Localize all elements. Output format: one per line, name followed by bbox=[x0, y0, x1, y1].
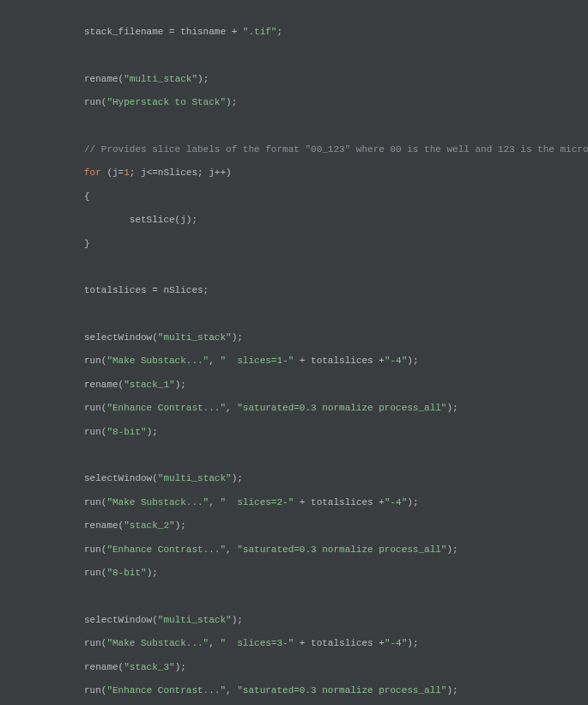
code-token-default: , bbox=[209, 497, 220, 507]
code-token-string: "-4" bbox=[385, 638, 407, 648]
code-token-default: run( bbox=[84, 97, 106, 107]
code-token-default: ); bbox=[147, 427, 158, 437]
code-token-string: "Enhance Contrast..." bbox=[106, 685, 226, 696]
code-token-default: { bbox=[84, 191, 90, 202]
code-line: stack_filename = thisname + ".tif"; bbox=[84, 26, 588, 39]
code-token-default: , bbox=[226, 685, 237, 696]
code-token-string: "Enhance Contrast..." bbox=[106, 403, 226, 413]
code-token-default: , bbox=[209, 638, 220, 648]
code-token-string: "Make Substack..." bbox=[106, 497, 209, 507]
code-token-default: + totalslices + bbox=[294, 356, 385, 366]
code-token-default: , bbox=[226, 544, 237, 555]
code-token-string: "multi_stack" bbox=[158, 473, 232, 483]
code-token-default: , bbox=[209, 356, 220, 366]
code-token-default: ; j<=nSlices; j++) bbox=[130, 167, 232, 178]
code-line: { bbox=[84, 191, 588, 204]
code-line: run("Enhance Contrast...", "saturated=0.… bbox=[84, 684, 588, 697]
code-line: run("8-bit"); bbox=[84, 567, 588, 580]
code-token-default: ); bbox=[232, 473, 243, 483]
code-token-default: run( bbox=[84, 638, 106, 648]
code-token-default: ); bbox=[175, 520, 186, 531]
code-token-default: stack_filename = thisname + bbox=[84, 27, 243, 37]
code-token-default: } bbox=[84, 239, 90, 249]
code-line bbox=[84, 120, 588, 133]
code-token-default: selectWindow( bbox=[84, 473, 158, 483]
code-token-default: rename( bbox=[84, 380, 124, 390]
code-token-default: + totalslices + bbox=[294, 638, 385, 648]
code-line: rename("stack_1"); bbox=[84, 379, 588, 392]
code-block: stack_filename = thisname + ".tif"; rena… bbox=[84, 26, 588, 705]
code-token-comment: // Provides slice labels of the format "… bbox=[84, 144, 588, 155]
code-token-string: "-4" bbox=[385, 497, 407, 507]
code-line: setSlice(j); bbox=[84, 214, 588, 227]
code-token-string: "saturated=0.3 normalize process_all" bbox=[237, 403, 446, 413]
code-token-string: "Make Substack..." bbox=[106, 356, 209, 366]
code-line bbox=[84, 49, 588, 62]
code-token-default: setSlice(j); bbox=[130, 215, 197, 225]
code-line: run("Make Substack...", " slices=3-" + t… bbox=[84, 637, 588, 650]
code-line: rename("stack_2"); bbox=[84, 520, 588, 532]
code-token-default: ); bbox=[197, 74, 209, 84]
code-token-default: (j= bbox=[101, 167, 124, 178]
code-line: run("Make Substack...", " slices=1-" + t… bbox=[84, 355, 588, 368]
code-line bbox=[84, 449, 588, 462]
code-line: selectWindow("multi_stack"); bbox=[84, 331, 588, 344]
code-token-default: run( bbox=[84, 356, 106, 366]
code-token-default: ); bbox=[175, 662, 186, 672]
code-token-string: " slices=2-" bbox=[220, 497, 294, 507]
code-token-default: ; bbox=[276, 27, 282, 37]
code-line: selectWindow("multi_stack"); bbox=[84, 472, 588, 485]
code-line: run("Hyperstack to Stack"); bbox=[84, 96, 588, 109]
code-token-default: , bbox=[226, 403, 237, 413]
code-token-default: run( bbox=[84, 497, 106, 507]
code-token-default: ); bbox=[232, 615, 243, 625]
code-token-string: " slices=3-" bbox=[220, 638, 294, 648]
code-token-string: "8-bit" bbox=[106, 427, 146, 437]
code-token-string: "stack_2" bbox=[124, 520, 174, 531]
code-line: run("Make Substack...", " slices=2-" + t… bbox=[84, 496, 588, 509]
code-line: rename("multi_stack"); bbox=[84, 73, 588, 86]
code-token-default: ); bbox=[407, 638, 418, 648]
code-token-string: ".tif" bbox=[243, 27, 277, 37]
code-line: // Provides slice labels of the format "… bbox=[84, 143, 588, 156]
code-token-default: run( bbox=[84, 685, 106, 696]
code-token-default: ); bbox=[407, 497, 418, 507]
code-token-default: run( bbox=[84, 403, 106, 413]
code-token-string: "multi_stack" bbox=[158, 615, 232, 625]
code-token-string: "saturated=0.3 normalize process_all" bbox=[237, 685, 446, 696]
code-line: run("8-bit"); bbox=[84, 426, 588, 439]
code-token-default: selectWindow( bbox=[84, 615, 158, 625]
code-token-default: rename( bbox=[84, 662, 124, 672]
code-line: selectWindow("multi_stack"); bbox=[84, 614, 588, 627]
code-token-default: ); bbox=[175, 380, 186, 390]
code-token-string: "stack_3" bbox=[124, 662, 174, 672]
code-token-string: "multi_stack" bbox=[124, 74, 197, 84]
code-token-default: run( bbox=[84, 427, 106, 437]
code-line bbox=[84, 590, 588, 603]
code-line: run("Enhance Contrast...", "saturated=0.… bbox=[84, 544, 588, 556]
code-token-default: rename( bbox=[84, 520, 124, 531]
code-token-string: "Enhance Contrast..." bbox=[106, 544, 226, 555]
code-token-string: "Make Substack..." bbox=[106, 638, 209, 648]
code-token-string: "Hyperstack to Stack" bbox=[106, 97, 226, 107]
code-token-default: ); bbox=[407, 356, 418, 366]
code-token-default: ); bbox=[446, 403, 458, 413]
code-line: rename("stack_3"); bbox=[84, 661, 588, 674]
code-line: totalslices = nSlices; bbox=[84, 284, 588, 297]
code-token-default: run( bbox=[84, 568, 106, 578]
code-token-string: "-4" bbox=[385, 356, 407, 366]
code-line bbox=[84, 308, 588, 321]
code-token-default: ); bbox=[232, 332, 243, 343]
code-token-default: + totalslices + bbox=[294, 497, 385, 507]
code-token-default: ); bbox=[446, 544, 458, 555]
code-token-string: "saturated=0.3 normalize process_all" bbox=[237, 544, 446, 555]
code-line bbox=[84, 261, 588, 274]
code-token-default: ); bbox=[446, 685, 458, 696]
code-token-default: run( bbox=[84, 544, 106, 555]
code-token-number: 1 bbox=[124, 167, 130, 178]
code-token-default: ); bbox=[147, 568, 158, 578]
code-token-string: "multi_stack" bbox=[158, 332, 232, 343]
code-token-string: "stack_1" bbox=[124, 380, 174, 390]
code-token-keyword: for bbox=[84, 167, 101, 178]
code-line: for (j=1; j<=nSlices; j++) bbox=[84, 167, 588, 179]
